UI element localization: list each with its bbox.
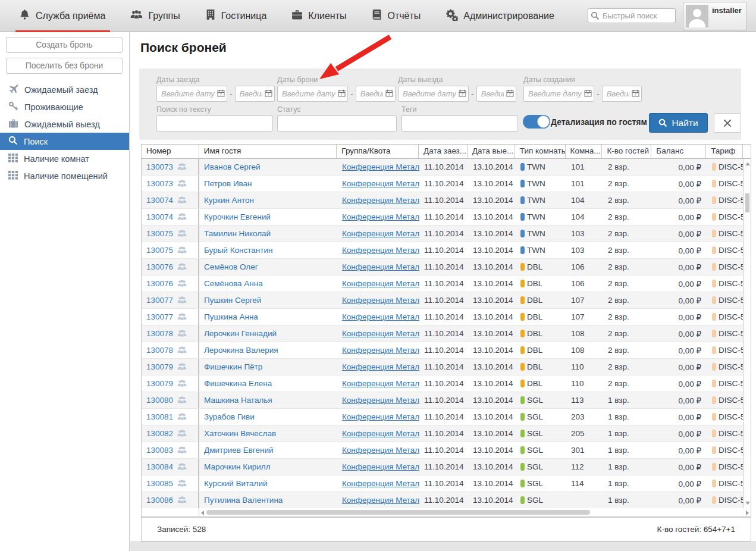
table-row[interactable]: 130083Дмитриев ЕвгенийКонференция Металл… [142, 442, 751, 459]
scroll-right-arrow[interactable] [746, 511, 749, 515]
table-row[interactable]: 130076Семёнова АннаКонференция Металлу11… [142, 276, 751, 292]
guest-name-cell[interactable]: Марочкин Кирилл [199, 459, 337, 475]
table-row[interactable]: 130080Машкина НатальяКонференция Металлу… [142, 392, 751, 409]
group-link[interactable]: Конференция Металлу [342, 312, 419, 321]
booking-number-cell[interactable]: 130081 [142, 409, 199, 425]
guest-name-cell[interactable]: Петров Иван [199, 176, 337, 192]
booking-number-cell[interactable]: 130085 [142, 475, 199, 491]
table-row[interactable]: 130081Зурабов ГивиКонференция Металлу11.… [142, 409, 751, 425]
table-row[interactable]: 130079Фишечкин ПётрКонференция Металлу11… [142, 359, 751, 375]
booking-number-cell[interactable]: 130084 [142, 459, 199, 475]
horizontal-scrollbar[interactable] [199, 508, 751, 516]
guest-name-cell[interactable]: Бурый Константин [199, 242, 337, 258]
table-row[interactable]: 130074Куркин АнтонКонференция Металлу11.… [142, 192, 751, 209]
column-header[interactable]: Тариф [706, 145, 743, 158]
calendar-icon[interactable]: 7 [632, 89, 639, 97]
calendar-icon[interactable]: 7 [385, 89, 393, 97]
create-booking-button[interactable]: Создать бронь [6, 37, 123, 53]
group-quota-cell[interactable]: Конференция Металлу [337, 259, 419, 275]
column-header[interactable]: Баланс [651, 145, 706, 158]
column-header[interactable]: Тип комнаты [515, 145, 566, 158]
group-link[interactable]: Конференция Металлу [342, 362, 419, 371]
table-row[interactable]: 130073Иванов СергейКонференция Металлу11… [142, 159, 751, 176]
group-quota-cell[interactable]: Конференция Металлу [337, 276, 419, 292]
table-row[interactable]: 130079Фишечкина ЕленаКонференция Металлу… [142, 375, 751, 392]
group-quota-cell[interactable]: Конференция Металлу [337, 226, 419, 242]
group-link[interactable]: Конференция Металлу [342, 412, 419, 421]
booking-number-cell[interactable]: 130075 [142, 242, 199, 258]
group-quota-cell[interactable]: Конференция Металлу [337, 375, 419, 392]
table-row[interactable]: 130078Лерочкина ВалерияКонференция Метал… [142, 342, 751, 359]
find-button[interactable]: Найти [649, 113, 708, 133]
guest-name-cell[interactable]: Курский Виталий [199, 475, 337, 491]
group-link[interactable]: Конференция Металлу [342, 296, 419, 305]
table-row[interactable]: 130078Лерочкин ГеннадийКонференция Метал… [142, 325, 751, 342]
sidebar-item-expected-departure[interactable]: Ожидаемый выезд [0, 115, 129, 133]
group-quota-cell[interactable]: Конференция Металлу [337, 342, 419, 358]
guest-name-cell[interactable]: Пушкин Сергей [199, 292, 337, 308]
guest-name-cell[interactable]: Тамилин Николай [199, 226, 337, 242]
guest-name-cell[interactable]: Хаточкин Вячеслав [199, 425, 337, 442]
table-row[interactable]: 130084Марочкин КириллКонференция Металлу… [142, 459, 751, 475]
booking-number-cell[interactable]: 130078 [142, 342, 199, 358]
horizontal-scroll-thumb[interactable] [206, 510, 590, 515]
booking-number-cell[interactable]: 130086 [142, 492, 199, 508]
booking-number-cell[interactable]: 130074 [142, 192, 199, 208]
booking-number-cell[interactable]: 130079 [142, 359, 199, 375]
group-quota-cell[interactable]: Конференция Металлу [337, 442, 419, 458]
table-row[interactable]: 130074Курочкин ЕвгенийКонференция Металл… [142, 209, 751, 226]
nav-item-clients[interactable]: Клиенты [281, 0, 360, 32]
booking-number-cell[interactable]: 130079 [142, 375, 199, 392]
column-header[interactable]: Имя гостя [199, 145, 337, 158]
table-row[interactable]: 130073Петров ИванКонференция Металлу11.1… [142, 176, 751, 192]
guest-name-cell[interactable]: Зурабов Гиви [199, 409, 337, 425]
column-header[interactable]: Группа/Квота [337, 145, 419, 158]
group-quota-cell[interactable]: Конференция Металлу [337, 475, 419, 491]
group-link[interactable]: Конференция Металлу [342, 212, 419, 221]
group-quota-cell[interactable]: Конференция Металлу [337, 459, 419, 475]
column-header[interactable]: Дата заез... [419, 145, 468, 158]
booking-number-cell[interactable]: 130083 [142, 442, 199, 458]
sidebar-item-space-availability[interactable]: Наличие помещений [0, 167, 129, 184]
guest-name-cell[interactable]: Семёнова Анна [199, 276, 337, 292]
guest-name-cell[interactable]: Фишечкина Елена [199, 375, 337, 392]
calendar-icon[interactable]: 7 [459, 89, 466, 97]
guest-name-cell[interactable]: Путилина Валентина [199, 492, 337, 508]
group-quota-cell[interactable]: Конференция Металлу [337, 325, 419, 342]
column-header[interactable]: Комна... [566, 145, 603, 158]
clear-filters-button[interactable] [714, 113, 741, 133]
scroll-left-arrow[interactable] [201, 511, 204, 515]
group-link[interactable]: Конференция Металлу [342, 429, 419, 438]
group-link[interactable]: Конференция Металлу [342, 396, 419, 405]
guest-name-cell[interactable]: Дмитриев Евгений [199, 442, 337, 458]
group-link[interactable]: Конференция Металлу [342, 496, 419, 505]
checkin-without-booking-button[interactable]: Поселить без брони [6, 58, 123, 74]
guest-detail-toggle[interactable] [523, 115, 550, 129]
booking-number-cell[interactable]: 130073 [142, 159, 199, 175]
group-link[interactable]: Конференция Металлу [342, 446, 419, 455]
nav-item-hotel[interactable]: Гостиница [195, 0, 281, 32]
nav-item-front-desk[interactable]: Служба приёма [8, 0, 120, 32]
group-link[interactable]: Конференция Металлу [342, 346, 419, 355]
tags-input[interactable] [401, 115, 518, 132]
group-quota-cell[interactable]: Конференция Металлу [337, 242, 419, 258]
table-row[interactable]: 130077Пушкина АннаКонференция Металлу11.… [142, 309, 751, 325]
quick-search-input[interactable] [588, 8, 676, 23]
column-header[interactable]: Дата вые... [468, 145, 515, 158]
column-header[interactable]: К-во гостей [602, 145, 651, 158]
calendar-icon[interactable]: 7 [338, 89, 346, 97]
sidebar-item-search[interactable]: Поиск [0, 133, 129, 150]
calendar-icon[interactable]: 7 [265, 89, 272, 97]
guest-name-cell[interactable]: Машкина Наталья [199, 392, 337, 408]
booking-number-cell[interactable]: 130076 [142, 259, 199, 275]
table-row[interactable]: 130077Пушкин СергейКонференция Металлу11… [142, 292, 751, 309]
booking-number-cell[interactable]: 130078 [142, 325, 199, 342]
group-quota-cell[interactable]: Конференция Металлу [337, 309, 419, 325]
nav-item-administration[interactable]: Администрирование [435, 0, 569, 32]
guest-name-cell[interactable]: Куркин Антон [199, 192, 337, 208]
guest-name-cell[interactable]: Иванов Сергей [199, 159, 337, 175]
group-link[interactable]: Конференция Металлу [342, 379, 419, 388]
group-quota-cell[interactable]: Конференция Металлу [337, 209, 419, 225]
booking-number-cell[interactable]: 130077 [142, 309, 199, 325]
group-quota-cell[interactable]: Конференция Металлу [337, 192, 419, 208]
